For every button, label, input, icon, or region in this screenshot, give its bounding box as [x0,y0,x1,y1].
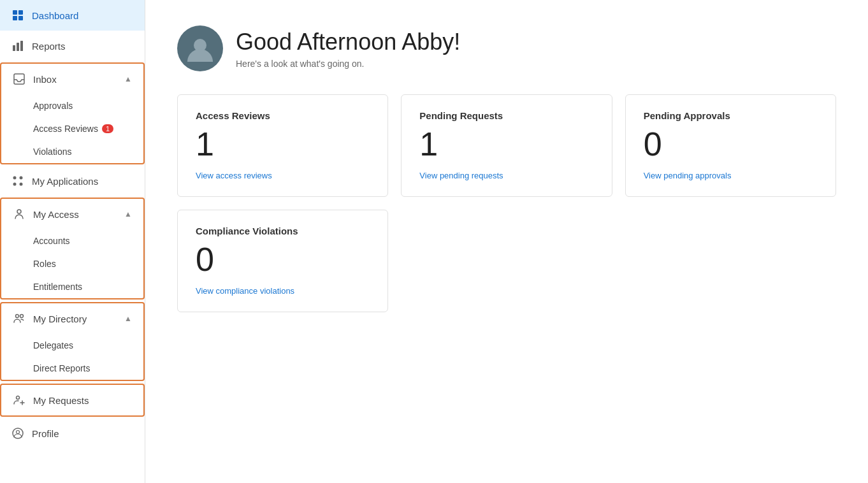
bar-chart-icon [11,40,24,52]
svg-rect-4 [13,45,15,51]
svg-point-12 [17,210,21,213]
card-pending-requests-count: 1 [419,127,593,161]
card-access-reviews-link[interactable]: View access reviews [196,171,272,180]
sidebar-section-my-access: My Access ▲ Accounts Roles Entitlements [0,198,145,299]
sidebar-section-my-access-label: My Access [33,209,79,220]
sidebar-sub-item-delegates-label: Delegates [33,340,73,350]
sidebar-section-my-access-header[interactable]: My Access ▲ [1,199,143,229]
sidebar-section-inbox-label: Inbox [33,74,57,85]
card-access-reviews-count: 1 [196,127,370,161]
svg-rect-7 [14,74,24,84]
svg-rect-1 [18,10,23,15]
greeting-section: Good Afternoon Abby! Here's a look at wh… [177,25,836,71]
svg-rect-0 [13,10,17,15]
chevron-up-icon-directory: ▲ [124,314,132,323]
sidebar-item-my-requests[interactable]: My Requests [1,385,143,415]
card-compliance-violations-count: 0 [196,243,370,276]
sidebar-sub-item-access-reviews[interactable]: Access Reviews 1 [1,117,143,140]
card-pending-approvals: Pending Approvals 0 View pending approva… [625,94,836,197]
sidebar-item-reports[interactable]: Reports [0,31,145,61]
sidebar-section-inbox-header[interactable]: Inbox ▲ [1,64,143,94]
sidebar-sub-item-entitlements-label: Entitlements [33,282,82,292]
card-compliance-violations-link[interactable]: View compliance violations [196,286,294,296]
card-access-reviews-title: Access Reviews [196,110,370,121]
main-content: Good Afternoon Abby! Here's a look at wh… [145,0,868,483]
cards-grid-row2: Compliance Violations 0 View compliance … [177,210,836,312]
chevron-up-icon-access: ▲ [124,210,132,219]
sidebar-sub-item-violations-label: Violations [33,147,71,157]
inbox-icon [13,73,25,85]
sidebar-sub-item-roles-label: Roles [33,259,56,269]
card-compliance-violations-title: Compliance Violations [196,226,370,236]
svg-point-14 [20,315,24,318]
sidebar: Dashboard Reports Inbox ▲ Approvals [0,0,145,483]
card-access-reviews: Access Reviews 1 View access reviews [177,94,388,197]
sidebar-item-profile-label: Profile [32,428,133,439]
svg-point-8 [13,177,17,180]
svg-rect-2 [13,16,17,20]
people-icon [13,312,25,325]
sidebar-section-my-directory-header[interactable]: My Directory ▲ [1,303,143,334]
sidebar-sub-item-approvals-label: Approvals [33,101,73,111]
sidebar-sub-item-direct-reports-label: Direct Reports [33,363,90,373]
card-pending-requests-link[interactable]: View pending requests [419,171,503,180]
svg-rect-6 [20,41,23,51]
sidebar-section-my-directory: My Directory ▲ Delegates Direct Reports [0,302,145,381]
sidebar-item-my-applications[interactable]: My Applications [0,166,145,196]
sidebar-sub-item-access-reviews-label: Access Reviews [33,124,98,134]
svg-point-13 [16,315,19,318]
apps-icon [11,175,24,187]
chevron-up-icon: ▲ [124,75,132,83]
card-pending-approvals-title: Pending Approvals [644,110,818,121]
svg-point-10 [13,183,17,186]
sidebar-sub-item-direct-reports[interactable]: Direct Reports [1,357,143,380]
avatar [177,25,223,71]
svg-point-9 [20,177,23,180]
sidebar-section-my-requests: My Requests [0,384,145,417]
svg-rect-3 [18,16,23,20]
access-reviews-badge: 1 [102,124,113,133]
sidebar-item-my-applications-label: My Applications [32,176,133,187]
greeting-subtitle: Here's a look at what's going on. [236,59,460,69]
sidebar-item-dashboard[interactable]: Dashboard [0,0,145,31]
card-pending-requests-title: Pending Requests [419,110,593,121]
svg-rect-5 [17,43,19,51]
person-key-icon [13,208,25,220]
grid-icon [11,9,24,22]
sidebar-sub-item-approvals[interactable]: Approvals [1,94,143,117]
greeting-title: Good Afternoon Abby! [236,28,460,55]
sidebar-sub-item-violations[interactable]: Violations [1,140,143,163]
svg-point-19 [17,431,20,434]
person-circle-icon [11,427,24,440]
svg-point-15 [17,396,20,400]
cards-grid-row1: Access Reviews 1 View access reviews Pen… [177,94,836,197]
greeting-text: Good Afternoon Abby! Here's a look at wh… [236,28,460,68]
sidebar-item-reports-label: Reports [32,41,133,52]
sidebar-sub-item-entitlements[interactable]: Entitlements [1,275,143,298]
sidebar-sub-item-roles[interactable]: Roles [1,252,143,275]
sidebar-section-inbox: Inbox ▲ Approvals Access Reviews 1 Viola… [0,62,145,164]
sidebar-item-dashboard-label: Dashboard [32,10,133,21]
sidebar-sub-item-accounts-label: Accounts [33,236,70,246]
sidebar-sub-item-delegates[interactable]: Delegates [1,334,143,357]
svg-point-11 [20,183,23,186]
card-pending-approvals-count: 0 [644,127,818,161]
card-pending-requests: Pending Requests 1 View pending requests [401,94,612,197]
sidebar-item-my-requests-label: My Requests [33,395,89,406]
sidebar-sub-item-accounts[interactable]: Accounts [1,229,143,252]
sidebar-item-profile[interactable]: Profile [0,418,145,449]
sidebar-section-my-directory-label: My Directory [33,314,87,324]
person-add-icon [13,394,25,407]
card-pending-approvals-link[interactable]: View pending approvals [644,171,732,180]
card-compliance-violations: Compliance Violations 0 View compliance … [177,210,388,312]
